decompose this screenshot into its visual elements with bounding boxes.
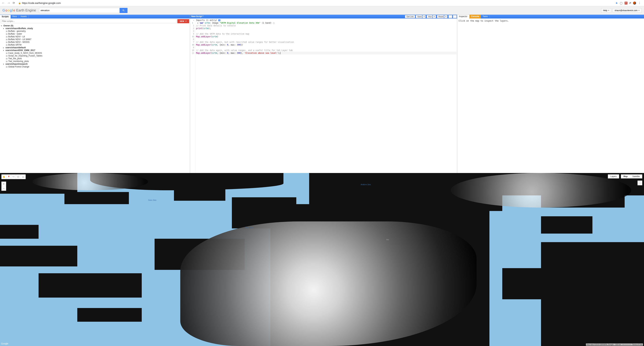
map-attribution: Map data ©2019 GBRMPA, Google 100 km ⊢──… <box>586 344 643 346</box>
point-tool[interactable]: 📍 <box>6 174 11 179</box>
google-earth-engine-logo[interactable]: Google Earth Engine <box>2 8 36 12</box>
get-link-button[interactable]: Get Link <box>405 15 415 18</box>
map-type-satellite[interactable]: Satellite <box>630 174 642 178</box>
extension-tray: ★ ◯ M P ⋮ <box>616 1 641 5</box>
editor-panel: New Script * Get Link Save▼ Run▼ Reset▼ … <box>190 15 458 173</box>
tree-item[interactable]: ▸users/shaun/default <box>0 46 190 49</box>
main-panels: Scripts Docs Assets NEW▼ ▾Owner (5)▾user… <box>0 15 644 173</box>
sea-label-savu: Savu Sea <box>148 199 156 201</box>
file-icon: ▤ <box>6 55 8 57</box>
tree-item[interactable]: ▤Global Forest Change <box>0 65 190 68</box>
reset-dropdown[interactable]: ▼ <box>444 15 448 18</box>
forward-button[interactable]: → <box>7 1 10 5</box>
extension-p-icon[interactable]: P <box>630 2 631 4</box>
tab-inspector[interactable]: Inspector <box>457 15 469 18</box>
user-menu-button[interactable]: shaun@shaunlevick.com▼ <box>613 8 642 13</box>
tree-item[interactable]: ▤Buffalo NDVI - L8 <box>0 35 190 38</box>
file-icon: ▤ <box>6 44 8 46</box>
help-button[interactable]: Help▼ <box>601 8 612 13</box>
tab-docs[interactable]: Docs <box>10 15 19 18</box>
search-input[interactable] <box>39 8 120 13</box>
settings-button[interactable]: ⚙ <box>453 15 457 18</box>
extension-icon[interactable]: ◯ <box>620 2 622 4</box>
script-title: New Script * <box>190 15 205 18</box>
pan-tool[interactable]: ✋ <box>2 174 6 179</box>
scripts-panel: Scripts Docs Assets NEW▼ ▾Owner (5)▾user… <box>0 15 190 173</box>
profile-avatar[interactable] <box>633 1 636 5</box>
browser-menu-icon[interactable]: ⋮ <box>638 1 641 5</box>
tab-console[interactable]: Console <box>470 15 481 18</box>
right-tabbar: Inspector Console Tasks <box>457 15 644 18</box>
file-icon: ▤ <box>6 30 8 32</box>
map-type-map[interactable]: Map <box>621 174 630 178</box>
bookmark-star-icon[interactable]: ★ <box>616 1 618 5</box>
tab-tasks[interactable]: Tasks <box>481 15 490 18</box>
search-icon <box>122 9 125 12</box>
file-icon: ▤ <box>6 60 8 62</box>
layers-button[interactable]: Layers <box>608 174 619 178</box>
new-script-button[interactable]: NEW▼ <box>177 19 189 23</box>
file-icon: ▤ <box>6 57 8 60</box>
tree-item[interactable]: ▤Buffalo - water <box>0 32 190 35</box>
polygon-tool[interactable]: ⬠ <box>16 174 21 179</box>
tree-item[interactable]: ▤Buffalo NDVI - MODIS <box>0 41 190 43</box>
tab-assets[interactable]: Assets <box>19 15 28 18</box>
console-panel: Inspector Console Tasks Click on the map… <box>457 15 644 173</box>
reset-button[interactable]: Reset <box>437 15 444 18</box>
zoom-control: + − <box>1 181 6 191</box>
console-output: Click on the map to inspect the layers. <box>457 18 644 173</box>
scripts-tree[interactable]: ▾Owner (5)▾users/shaun/Buffalo_study▤Buf… <box>0 24 190 173</box>
tree-item[interactable]: ▤Tiwi_fire_plots <box>0 57 190 60</box>
zoom-in-button[interactable]: + <box>2 182 6 186</box>
tree-item[interactable]: ▤Buffalo NDVI - L8 38997 <box>0 38 190 41</box>
tree-item[interactable]: ▾users/shaun/ENV_EMM_2017 <box>0 49 190 52</box>
reload-button[interactable]: ⟳ <box>13 1 15 5</box>
file-icon: ▤ <box>6 52 8 54</box>
zoom-out-button[interactable]: − <box>2 186 6 191</box>
save-button[interactable]: Save <box>416 15 422 18</box>
tree-item[interactable]: ▤Case_study_5_NDVI_from_MODIS <box>0 52 190 54</box>
back-button[interactable]: ← <box>2 1 5 5</box>
search-button[interactable] <box>120 8 128 13</box>
google-map-logo: Google <box>1 342 8 345</box>
tree-item[interactable]: ▤Buffalo - geometry <box>0 30 190 32</box>
tree-item[interactable]: ▤Tiwi_monitoring_plots <box>0 60 190 63</box>
app-header: Google Earth Engine Help▼ shaun@shaunlev… <box>0 6 644 15</box>
tree-item[interactable]: ▤Script_for_importing_Fusion_Tables <box>0 54 190 57</box>
run-button[interactable]: Run <box>427 15 432 18</box>
apps-button[interactable]: ⊞ <box>448 15 452 18</box>
tab-scripts[interactable]: Scripts <box>0 15 10 18</box>
map-type-controls: Layers Map Satellite <box>608 174 642 178</box>
file-icon: ▤ <box>6 33 8 35</box>
editor-code[interactable]: Imports (1 entry) ≡ ▸ var srtm: Image "S… <box>195 18 457 173</box>
place-label: buy <box>386 239 389 240</box>
lock-icon: 🔒 <box>18 2 21 4</box>
tree-item[interactable]: ▾users/shaun/research <box>0 63 190 65</box>
file-icon: ▤ <box>6 36 8 38</box>
file-icon: ▤ <box>6 66 8 68</box>
editor-tabbar: New Script * Get Link Save▼ Run▼ Reset▼ … <box>190 15 457 18</box>
product-name: Earth Engine <box>16 8 36 12</box>
sea-label-arafura: Arafura Sea <box>360 183 371 185</box>
tree-item[interactable]: ▾users/shaun/Buffalo_study <box>0 27 190 30</box>
sea-label-timor: Timor Sea <box>245 227 254 229</box>
run-dropdown[interactable]: ▼ <box>433 15 436 18</box>
file-icon: ▤ <box>6 41 8 43</box>
filter-scripts-input[interactable] <box>1 19 177 23</box>
url-text: https://code.earthengine.google.com <box>22 2 61 4</box>
left-tabbar: Scripts Docs Assets <box>0 15 190 18</box>
file-icon: ▤ <box>6 38 8 40</box>
line-tool[interactable]: 〰 <box>11 174 16 179</box>
mendeley-extension-icon[interactable]: M <box>625 2 628 4</box>
code-editor[interactable]: ▾ i 1 2 3 4 i5 6 7 i8 9 10 11 Imports (1… <box>190 18 457 173</box>
address-bar[interactable]: 🔒 https://code.earthengine.google.com <box>17 2 613 4</box>
tree-item[interactable]: ▾Owner (5) <box>0 24 190 27</box>
tree-item[interactable]: ▤Buffalo SRTM <box>0 43 190 46</box>
map-canvas[interactable]: Arafura Sea Savu Sea Timor Sea buy Googl… <box>0 173 644 346</box>
save-dropdown[interactable]: ▼ <box>422 15 426 18</box>
band-tag-icon[interactable] <box>273 22 274 24</box>
drawing-tools: ✋ 📍 〰 ⬠ ▭ <box>1 174 26 179</box>
pin-icon: 📍 <box>7 175 10 178</box>
rectangle-tool[interactable]: ▭ <box>21 174 26 179</box>
fullscreen-button[interactable]: ⛶ <box>638 180 642 185</box>
